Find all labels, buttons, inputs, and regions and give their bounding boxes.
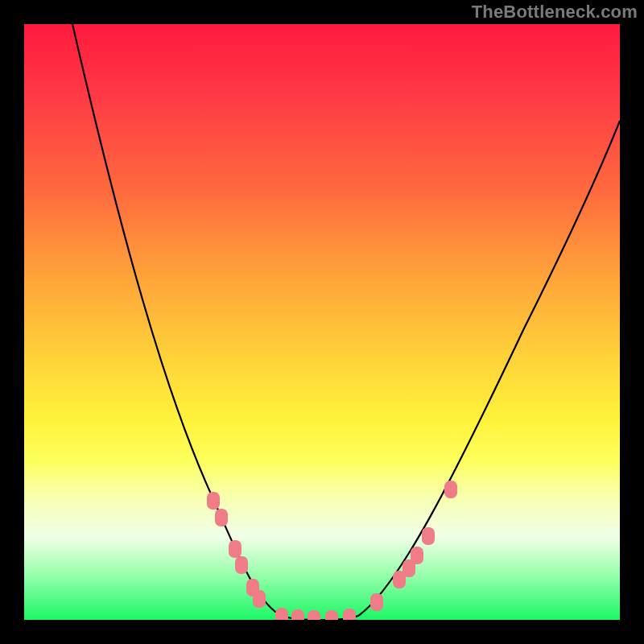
- marker-point: [325, 610, 338, 620]
- marker-point: [370, 593, 383, 611]
- marker-point: [422, 527, 435, 545]
- marker-point: [207, 492, 220, 510]
- marker-point: [411, 547, 423, 564]
- marker-point: [291, 609, 304, 620]
- marker-point: [229, 540, 242, 558]
- marker-point: [444, 481, 457, 498]
- chart-overlay: [24, 24, 620, 620]
- marker-point: [235, 556, 248, 574]
- marker-point: [275, 608, 288, 620]
- plot-area: [24, 24, 620, 620]
- marker-point: [215, 509, 228, 526]
- marker-point: [343, 609, 356, 620]
- marker-point: [253, 590, 266, 608]
- bottleneck-curve: [72, 24, 620, 620]
- watermark-text: TheBottleneck.com: [472, 2, 638, 23]
- marker-group: [207, 481, 457, 620]
- chart-frame: TheBottleneck.com: [0, 0, 644, 644]
- marker-point: [308, 610, 320, 620]
